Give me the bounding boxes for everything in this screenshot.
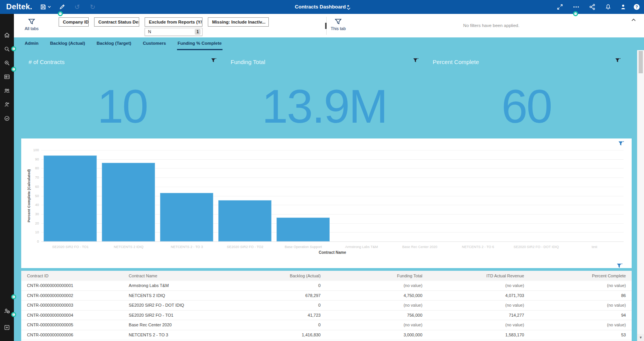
bar-slot [507,150,565,241]
table-cell: 94 [530,311,632,320]
table-cell: CNTR-00000000000003 [21,300,123,310]
search-icon[interactable] [4,46,10,52]
dashboard-title[interactable]: Contracts Dashboard * [278,0,366,14]
table-cell: SE2020 SIR2 FO - DOT IDIQ [123,300,225,310]
share-icon[interactable] [589,3,596,10]
edit-pencil-icon[interactable] [59,3,66,10]
left-sidebar [0,14,14,341]
bar-series [41,150,624,241]
annotation-dot [11,46,16,51]
collapse-chevron-icon[interactable] [631,17,639,25]
table-cell: (no value) [530,281,632,290]
column-header[interactable]: Contract ID [21,271,123,281]
tab-customers[interactable]: Customers [142,37,167,50]
column-header[interactable]: Funding Total [326,271,428,281]
notifications-bell-icon[interactable] [605,3,612,10]
x-axis-label: SE2020 SIR2 FO - TO1 [41,245,99,249]
add-icon[interactable] [4,324,10,331]
expand-icon[interactable] [556,3,563,10]
home-icon[interactable] [4,32,10,38]
annotation-dot [573,11,578,16]
redo-icon[interactable]: ↻ [90,3,95,11]
tab-funding-complete[interactable]: Funding % Complete [177,37,223,50]
scrollbar-thumb[interactable] [639,51,643,73]
x-axis-label: SE2020 SIR2 FO - DOT IDIQ [507,245,565,249]
bar[interactable] [276,218,330,241]
table-row[interactable]: CNTR-00000000000006NETCENTS 2 - TO 31,41… [21,330,632,340]
tab-backlog-target-[interactable]: Backlog (Target) [96,37,132,50]
people-icon[interactable] [4,88,10,94]
account-person-icon[interactable] [620,3,627,10]
table-cell: 86 [530,291,632,300]
more-options-icon[interactable] [573,3,580,10]
table-cell: 1,416,830 [225,330,327,340]
column-header[interactable]: Backlog (Actual) [225,271,327,281]
table-cell: 678,297 [225,291,327,300]
tab-backlog-actual-[interactable]: Backlog (Actual) [49,37,86,50]
table-cell: (no value) [428,281,530,290]
table-cell: CNTR-00000000000006 [21,330,123,340]
kpi-title: # of Contracts [29,59,64,65]
bar[interactable] [102,163,155,241]
this-tab-label[interactable]: This tab [325,26,352,31]
column-header[interactable]: ITD Actual Revenue [428,271,530,281]
table-row[interactable]: CNTR-00000000000001Armstrong Labs T&M0(n… [21,281,632,291]
all-tabs-label[interactable]: All tabs [18,26,45,31]
no-filters-message: No filters have been applied. [433,23,549,28]
kpi-filter-icon[interactable] [413,57,418,64]
y-axis-title: Percent Complete (Calculated) [27,150,31,241]
table-cell: 0 [225,320,327,330]
save-icon[interactable] [40,3,47,10]
table-header-row: Contract IDContract NameBacklog (Actual)… [21,271,632,281]
table-row[interactable]: CNTR-00000000000004SE2020 SIR2 FO - TO14… [21,311,632,321]
table-cell: 41,723 [225,311,327,320]
table-cell: (no value) [530,320,632,330]
bar-slot [99,150,158,241]
table-row[interactable]: CNTR-00000000000005Base Rec Center 20200… [21,320,632,330]
bar-slot [41,150,99,241]
app-window: Deltek. ↺ ↻ Contracts Dashboard * [0,0,644,341]
user-star-icon[interactable] [4,101,10,108]
tab-admin[interactable]: Admin [24,37,39,50]
employee-card-icon[interactable] [4,74,10,80]
save-menu-chevron-icon[interactable] [47,5,54,12]
bar[interactable] [44,155,97,241]
dashboard-tabs: AdminBacklog (Actual)Backlog (Target)Cus… [14,37,644,50]
all-tabs-filter-icon[interactable] [28,19,35,26]
kpi-panel: # of Contracts10 [21,50,223,138]
kpi-filter-icon[interactable] [211,57,216,64]
scroll-down-button[interactable]: ▼ [637,334,644,341]
chart-panel: 0102030405060708090100 Percent Complete … [21,138,632,268]
filter-chips: Company IDContract Status DescExclude fr… [59,17,274,37]
kpi-title: Percent Complete [433,59,479,65]
kpi-filter-icon[interactable] [615,57,620,64]
table-filter-icon[interactable] [617,263,622,270]
chart-filter-icon[interactable] [618,141,624,148]
filter-chip-button[interactable]: Contract Status Desc [94,17,139,27]
table-cell: 53 [530,330,632,340]
user-clock-icon[interactable] [4,308,10,314]
table-cell: (no value) [326,281,428,290]
table-row[interactable]: CNTR-00000000000002NETCENTS 2 IDIQ678,29… [21,291,632,301]
bar-slot [332,150,391,241]
x-axis-label: test [565,245,624,249]
table-row[interactable]: CNTR-00000000000003SE2020 SIR2 FO - DOT … [21,300,632,311]
help-icon[interactable]: ? [633,3,640,10]
table-cell: 0 [225,281,327,290]
filter-chip-button[interactable]: Missing: Include Inactiv... [208,17,269,27]
filter-chip-button[interactable]: Exclude from Reports (Y/... [145,17,202,27]
title-chevron-icon[interactable] [346,5,351,12]
column-header[interactable]: Contract Name [123,271,225,281]
check-circle-icon[interactable] [4,115,10,122]
advanced-search-icon[interactable] [4,60,10,66]
x-axis-title: Contract Name [41,250,624,255]
bar[interactable] [218,200,271,241]
table-cell: (no value) [428,300,530,310]
table-cell: CNTR-00000000000005 [21,320,123,330]
column-header[interactable]: Percent Complete [530,271,632,281]
filter-value-input[interactable]: N1 [145,28,202,36]
this-tab-filter-icon[interactable] [335,19,342,26]
bar[interactable] [160,193,213,241]
undo-icon[interactable]: ↺ [74,3,80,11]
filter-chip-button[interactable]: Company ID [59,17,89,27]
